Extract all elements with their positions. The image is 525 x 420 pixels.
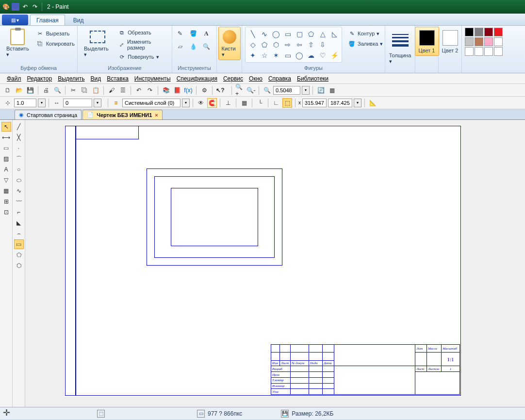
spec-tool[interactable]: ⊞ <box>1 197 11 206</box>
vars-icon[interactable]: 📕 <box>172 85 182 95</box>
menu-service[interactable]: Сервис <box>223 75 243 82</box>
shape-curve[interactable]: ∿ <box>259 29 270 39</box>
fill-button[interactable]: 🪣Заливка ▾ <box>346 39 385 49</box>
props-icon[interactable]: ☰ <box>118 85 128 95</box>
zoom-tool[interactable]: 🔍 <box>201 42 211 51</box>
shape-star5[interactable]: ☆ <box>259 50 270 60</box>
picker-tool[interactable]: 💧 <box>188 42 198 51</box>
magnet-icon[interactable]: 🧲 <box>207 98 217 108</box>
layer-select[interactable] <box>122 99 180 107</box>
thickness-button[interactable]: Толщина ▾ <box>386 27 415 67</box>
paste-button[interactable]: Вставить ▾ <box>3 27 33 60</box>
save-icon[interactable]: 💾 <box>25 85 35 95</box>
text-tool[interactable]: A <box>201 29 211 38</box>
swatch[interactable] <box>475 37 483 46</box>
shape-heart[interactable]: ♡ <box>317 50 328 60</box>
new-icon[interactable]: 🗋 <box>3 85 13 95</box>
copy-icon[interactable]: ⿻ <box>80 85 89 95</box>
menu-window[interactable]: Окно <box>249 75 262 82</box>
shape-diamond[interactable]: ◇ <box>247 40 258 50</box>
measure-icon[interactable]: 📐 <box>368 98 377 108</box>
shape-cloud[interactable]: ☁ <box>306 50 316 60</box>
axis-icon[interactable]: └ <box>255 98 265 108</box>
print-icon[interactable]: 🖨 <box>41 85 51 95</box>
shape-star4[interactable]: ✦ <box>247 50 258 60</box>
close-tab-icon[interactable]: × <box>155 112 158 118</box>
crop-button[interactable]: ⧉Обрезать <box>116 28 169 37</box>
shape-line[interactable]: ╲ <box>247 29 258 39</box>
menu-spec[interactable]: Спецификация <box>177 75 217 82</box>
tab-home[interactable]: Главная <box>30 15 65 25</box>
save-icon[interactable] <box>12 3 19 11</box>
ortho-icon[interactable]: ⊥ <box>223 98 233 108</box>
cut-icon[interactable]: ✂ <box>68 85 78 95</box>
shape-callr[interactable]: ▭ <box>282 50 293 60</box>
whatsthis-icon[interactable]: ↖? <box>215 85 225 95</box>
preview-icon[interactable]: 🔍 <box>52 85 62 95</box>
shape-arrl[interactable]: ⇦ <box>294 40 305 50</box>
cursor-tool[interactable]: ↖ <box>1 122 11 132</box>
coord-x[interactable] <box>302 99 327 107</box>
shape-arrd[interactable]: ⇩ <box>317 40 328 50</box>
bucket-tool[interactable]: 🪣 <box>188 29 198 38</box>
shape-bolt[interactable]: ⚡ <box>329 50 340 60</box>
menu-libs[interactable]: Библиотеки <box>297 75 328 82</box>
file-menu-button[interactable]: ▤ ▾ <box>2 15 28 25</box>
line-tool[interactable]: ╱ <box>14 122 24 132</box>
grid-icon[interactable]: ▦ <box>327 85 337 95</box>
toggle-icon[interactable]: ⬚ <box>282 98 292 108</box>
fx-icon[interactable]: f(x) <box>183 85 193 95</box>
zoomin-icon[interactable]: 🔍+ <box>235 85 245 95</box>
table-tool[interactable]: ▦ <box>1 186 11 196</box>
geom-tool[interactable]: ▭ <box>1 143 11 153</box>
spline-tool[interactable]: ∿ <box>14 186 24 196</box>
undo-icon[interactable]: ↶ <box>134 85 144 95</box>
arc-tool[interactable]: ⌒ <box>14 154 24 164</box>
swatch[interactable] <box>484 37 493 46</box>
rough-tool[interactable]: ▽ <box>1 175 11 185</box>
menu-file[interactable]: Файл <box>7 75 21 82</box>
param-tool[interactable]: ⊡ <box>1 207 11 217</box>
shape-arru[interactable]: ⇧ <box>306 40 316 50</box>
brush-icon[interactable]: 🖌 <box>107 85 116 95</box>
shape-oval[interactable]: ◯ <box>271 29 281 39</box>
spin-input[interactable] <box>63 99 92 107</box>
swatch[interactable] <box>494 37 503 46</box>
cad-canvas[interactable]: ЛитМассаМасштаб 1:1 ИзмЛист№ докумПодпДа… <box>25 120 525 407</box>
shape-rrect[interactable]: ▢ <box>294 29 305 39</box>
snap-icon[interactable]: ⊹ <box>3 98 13 108</box>
text-tool[interactable]: A <box>1 165 11 174</box>
swatch[interactable] <box>494 47 503 56</box>
point-tool[interactable]: · <box>14 143 24 153</box>
paste-icon[interactable]: 📋 <box>91 85 100 95</box>
layervis-icon[interactable]: 👁 <box>196 98 206 108</box>
swatch[interactable] <box>465 28 474 36</box>
scale-input[interactable] <box>14 99 36 107</box>
gridsnap-icon[interactable]: ▦ <box>239 98 249 108</box>
shapes-gallery[interactable]: ╲∿◯▭▢⬠△◺ ◇⬠⬡⇨⇦⇧⇩ ✦☆✶▭◯☁♡⚡ <box>245 27 342 63</box>
eraser-tool[interactable]: ▱ <box>175 42 185 51</box>
outline-button[interactable]: ✎Контур ▾ <box>346 29 385 38</box>
menu-view[interactable]: Вид <box>91 75 101 82</box>
color2-button[interactable]: Цвет 2 <box>438 27 462 56</box>
shape-poly[interactable]: ⬠ <box>306 29 316 39</box>
lib-icon[interactable]: 📚 <box>161 85 171 95</box>
rotate-button[interactable]: ⟳Повернуть ▾ <box>116 52 169 62</box>
shape-hex[interactable]: ⬡ <box>271 40 281 50</box>
swatch[interactable] <box>465 37 474 46</box>
zoomfit-icon[interactable]: 🔍 <box>262 85 272 95</box>
rect-tool[interactable]: ▭ <box>14 239 24 249</box>
hatch-tool[interactable]: ▨ <box>1 154 11 164</box>
step-icon[interactable]: ↔ <box>52 98 62 108</box>
shape-arrr[interactable]: ⇨ <box>282 40 293 50</box>
brushes-button[interactable]: Кисти ▾ <box>218 27 241 60</box>
dim-tool[interactable]: ⟷ <box>1 133 11 142</box>
swatch[interactable] <box>494 28 503 36</box>
swatch[interactable] <box>475 47 483 56</box>
xline-tool[interactable]: ╳ <box>14 133 24 142</box>
shape-tri[interactable]: △ <box>317 29 328 39</box>
fillet-tool[interactable]: ⌢ <box>14 229 24 238</box>
shape-rtri[interactable]: ◺ <box>329 29 340 39</box>
open-icon[interactable]: 📂 <box>14 85 24 95</box>
coord-y[interactable] <box>328 99 352 107</box>
